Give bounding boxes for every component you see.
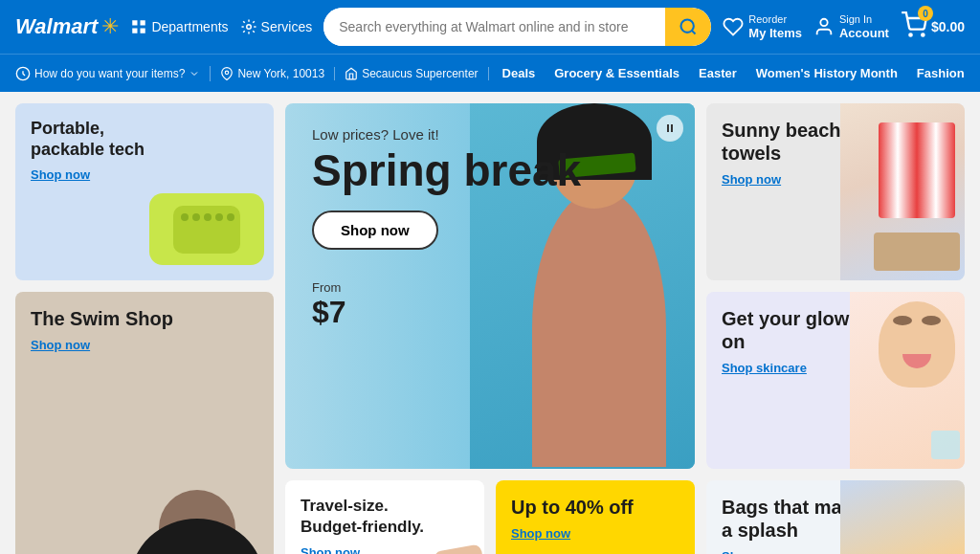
account-section[interactable]: Sign In Account (813, 13, 889, 41)
header: Walmart ✳ Departments Services Reorder M… (0, 0, 980, 54)
travel-link[interactable]: Shop now (301, 545, 360, 554)
hero-title: Spring break (312, 146, 668, 195)
sign-in-label: Sign In (839, 13, 889, 26)
store-section[interactable]: Secaucus Supercenter (345, 67, 488, 80)
svg-rect-3 (141, 29, 145, 33)
reorder-label: Reorder (748, 13, 802, 26)
beach-towels-title: Sunny beach towels (722, 119, 856, 165)
search-input[interactable] (323, 8, 665, 46)
person-icon (813, 16, 835, 37)
store-icon (345, 67, 358, 80)
swim-shop-link[interactable]: Shop now (31, 338, 90, 352)
search-button[interactable] (665, 8, 711, 46)
my-items-label: My Items (748, 26, 802, 41)
cart-price: $0.00 (931, 19, 965, 34)
main-content: Portable, packable tech Shop now The Swi… (0, 92, 980, 554)
svg-point-4 (246, 25, 251, 30)
departments-button[interactable]: Departments (130, 18, 228, 35)
svg-point-5 (681, 20, 694, 33)
search-icon (679, 17, 698, 36)
pause-button[interactable] (657, 115, 683, 142)
left-column: Portable, packable tech Shop now The Swi… (15, 103, 274, 554)
cart-icon-wrapper: 0 (901, 11, 927, 42)
nav-link-fashion[interactable]: Fashion (907, 55, 965, 93)
location-section[interactable]: New York, 10013 (220, 67, 335, 80)
chevron-down-icon (189, 68, 200, 79)
nav-link-grocery[interactable]: Grocery & Essentials (545, 55, 689, 93)
delivery-selector[interactable]: How do you want your items? (15, 66, 211, 81)
nav-link-deals[interactable]: Deals (493, 55, 546, 93)
departments-icon (130, 18, 147, 35)
hero-bottom-cards: Travel-size. Budget-friendly. Shop now U… (285, 480, 695, 554)
swim-shop-card[interactable]: The Swim Shop Shop now (15, 292, 274, 554)
skincare-img (850, 292, 965, 469)
account-text: Sign In Account (839, 13, 889, 41)
hero-price: $7 (312, 295, 668, 330)
services-icon (240, 18, 257, 35)
portable-tech-title: Portable, packable tech (31, 119, 165, 160)
store-text: Secaucus Supercenter (362, 67, 478, 80)
walmart-spark-icon: ✳ (101, 14, 119, 39)
location-icon (220, 67, 234, 80)
reorder-section[interactable]: Reorder My Items (723, 13, 802, 41)
hero-price-from: From (312, 280, 668, 295)
reorder-text: Reorder My Items (748, 13, 802, 41)
svg-point-6 (820, 19, 827, 26)
bags-img (840, 480, 965, 554)
swim-shop-title: The Swim Shop (31, 307, 258, 330)
svg-rect-12 (671, 124, 673, 132)
svg-rect-0 (133, 20, 138, 25)
glow-link[interactable]: Shop skincare (722, 361, 807, 375)
content-grid: Portable, packable tech Shop now The Swi… (15, 103, 965, 554)
price-value: $7 (312, 295, 346, 329)
svg-point-8 (922, 33, 924, 35)
cart-section[interactable]: 0 $0.00 (901, 11, 965, 42)
sale-card[interactable]: Up to 40% off Shop now (496, 480, 695, 554)
glow-title: Get your glow on (722, 307, 865, 353)
logo[interactable]: Walmart ✳ (15, 14, 119, 39)
from-label: From (312, 280, 341, 295)
hero-card[interactable]: Low prices? Love it! Spring break Shop n… (285, 103, 695, 469)
search-bar (323, 8, 711, 46)
heart-icon (723, 16, 744, 37)
hero-sub: Low prices? Love it! (312, 126, 668, 143)
portable-tech-link[interactable]: Shop now (31, 167, 90, 182)
location-text: New York, 10013 (237, 67, 324, 80)
svg-rect-1 (141, 20, 145, 25)
nav-links: Deals Grocery & Essentials Easter Women'… (493, 55, 965, 93)
beach-towels-card[interactable]: Sunny beach towels Shop now (706, 103, 965, 280)
hero-column: Low prices? Love it! Spring break Shop n… (285, 103, 695, 554)
firepit-img (570, 509, 695, 554)
hero-content: Low prices? Love it! Spring break Shop n… (285, 103, 695, 469)
svg-point-7 (909, 33, 911, 35)
bags-card[interactable]: Bags that make a splash Shop now (706, 480, 965, 554)
hero-shop-button[interactable]: Shop now (312, 211, 438, 250)
speaker-dots (173, 206, 240, 254)
svg-point-10 (226, 71, 230, 75)
nav-link-womens[interactable]: Women's History Month (746, 55, 907, 93)
sale-link[interactable]: Shop now (511, 526, 570, 541)
glow-card[interactable]: Get your glow on Shop skincare (706, 292, 965, 469)
nav-link-easter[interactable]: Easter (689, 55, 746, 93)
delivery-text: How do you want your items? (34, 67, 185, 80)
services-button[interactable]: Services (240, 18, 313, 35)
pause-icon (664, 122, 676, 134)
travel-items-img (355, 519, 484, 554)
portable-tech-card[interactable]: Portable, packable tech Shop now (15, 103, 274, 280)
departments-label: Departments (151, 19, 228, 34)
delivery-icon (15, 66, 31, 81)
speaker-image (149, 193, 264, 265)
account-label: Account (839, 26, 889, 41)
services-label: Services (261, 19, 313, 34)
sub-header: How do you want your items? New York, 10… (0, 54, 980, 92)
bags-link[interactable]: Shop now (722, 549, 781, 554)
logo-text: Walmart (15, 14, 98, 39)
svg-rect-2 (133, 29, 138, 33)
cart-badge: 0 (918, 6, 933, 21)
beach-towels-link[interactable]: Shop now (722, 172, 781, 187)
swim-figure (121, 480, 274, 554)
travel-card[interactable]: Travel-size. Budget-friendly. Shop now (285, 480, 484, 554)
svg-rect-11 (667, 124, 669, 132)
towel-img (840, 103, 965, 280)
right-column: Sunny beach towels Shop now Get your glo… (706, 103, 965, 554)
